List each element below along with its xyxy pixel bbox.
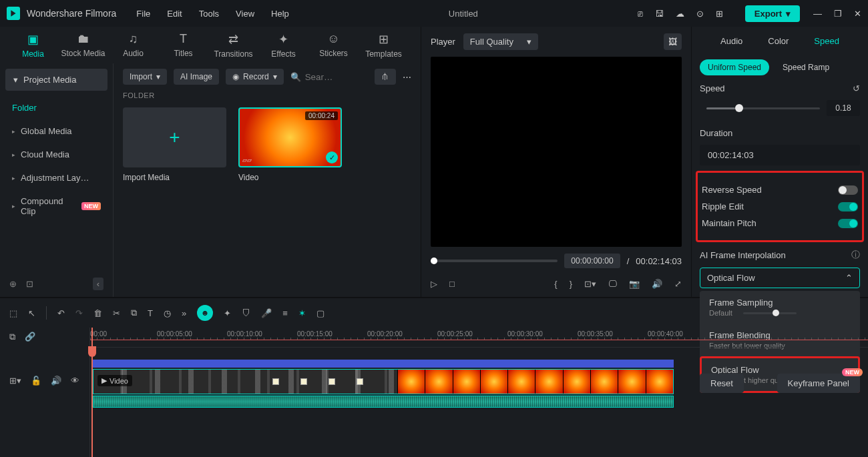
search-box[interactable]: 🔍 — [290, 72, 368, 82]
undo-icon[interactable]: ↶ — [57, 308, 65, 318]
close-icon[interactable]: ✕ — [854, 9, 861, 19]
display-icon[interactable]: 🖵 — [608, 279, 617, 289]
filter-icon[interactable]: ⫛ — [375, 69, 396, 85]
snapshot-icon[interactable]: 🖼 — [664, 33, 682, 50]
ai-image-button[interactable]: AI Image — [174, 69, 219, 85]
tab-titles[interactable]: TTitles — [158, 32, 208, 58]
import-media-item[interactable]: + Import Media — [123, 107, 226, 182]
maximize-icon[interactable]: ❐ — [834, 9, 842, 19]
ratio-icon[interactable]: ⊡▾ — [584, 279, 596, 289]
audio-clip[interactable] — [93, 396, 674, 408]
folder-label[interactable]: Folder — [0, 96, 113, 119]
scrubber[interactable] — [431, 260, 558, 262]
camera-icon[interactable]: 📷 — [629, 279, 640, 289]
sidebar-item-compound-clip[interactable]: ▸Compound ClipNEW — [0, 189, 113, 223]
volume-icon[interactable]: 🔊 — [652, 279, 662, 289]
save-icon[interactable]: 🖫 — [655, 9, 664, 19]
project-media-button[interactable]: ▾Project Media — [5, 69, 107, 91]
zoom-slider[interactable] — [743, 312, 797, 314]
export-button[interactable]: Export▾ — [745, 5, 800, 22]
subtab-uniform-speed[interactable]: Uniform Speed — [700, 59, 769, 75]
play-icon[interactable]: ▷ — [431, 279, 437, 289]
sparkle-icon[interactable]: ✦ — [224, 308, 231, 318]
track-menu-icon[interactable]: ⊞▾ — [9, 376, 21, 386]
link-icon[interactable]: 🔗 — [25, 332, 35, 342]
list-icon[interactable]: ≡ — [282, 308, 288, 318]
apps-icon[interactable]: ⊞ — [716, 9, 723, 19]
lock-icon[interactable]: 🔓 — [31, 376, 41, 386]
interp-select[interactable]: Optical Flow⌃ — [700, 268, 860, 288]
ruler[interactable]: 00:00 00:00:05:00 00:00:10:00 00:00:15:0… — [90, 329, 868, 348]
tab-audio[interactable]: ♫Audio — [108, 32, 158, 58]
stop-icon[interactable]: □ — [449, 279, 455, 289]
search-input[interactable] — [305, 72, 345, 82]
sidebar-item-adjustment-layer[interactable]: ▸Adjustment Lay… — [0, 166, 113, 189]
menu-help[interactable]: Help — [271, 9, 289, 19]
menu-file[interactable]: File — [136, 9, 150, 19]
sidebar-item-cloud-media[interactable]: ▸Cloud Media — [0, 143, 113, 166]
preview-viewport[interactable] — [431, 57, 682, 247]
mark-in-icon[interactable]: { — [554, 279, 557, 289]
pitch-toggle[interactable] — [838, 219, 858, 228]
subtab-speed-ramp[interactable]: Speed Ramp — [775, 59, 837, 75]
split-icon[interactable]: ✶ — [298, 308, 306, 318]
ripple-toggle[interactable] — [838, 202, 858, 211]
bookmark-icon[interactable]: ⛉ — [242, 308, 250, 318]
mute-icon[interactable]: 🔊 — [51, 376, 61, 386]
minimize-icon[interactable]: — — [813, 9, 822, 19]
crop-icon[interactable]: ⧉ — [131, 308, 137, 318]
zoom-knob[interactable] — [773, 310, 779, 316]
tab-transitions[interactable]: ⇄Transitions — [208, 32, 258, 59]
scrubber-handle[interactable] — [431, 258, 437, 264]
tab-media[interactable]: ▣Media — [8, 32, 58, 59]
headphones-icon[interactable]: ⊙ — [696, 9, 704, 19]
interp-opt-frame-sampling[interactable]: Frame SamplingDefault — [700, 291, 860, 324]
speed-value[interactable]: 0.18 — [827, 100, 860, 116]
screen-icon[interactable]: ⎚ — [638, 9, 643, 19]
speed-tool-icon[interactable]: ◷ — [164, 308, 171, 318]
import-button[interactable]: Import▾ — [123, 69, 167, 85]
tab-templates[interactable]: ⊞Templates — [359, 32, 409, 59]
timeline-tracks[interactable]: 00:00 00:00:05:00 00:00:10:00 00:00:15:0… — [90, 328, 868, 457]
tab-speed-props[interactable]: Speed — [814, 36, 839, 53]
tab-effects[interactable]: ✦Effects — [258, 32, 308, 59]
menu-tools[interactable]: Tools — [199, 9, 219, 19]
menu-view[interactable]: View — [236, 9, 254, 19]
video-media-item[interactable]: 00:00:24 ▱▱ ✓ Video — [238, 107, 342, 182]
video-clip[interactable]: ▶Video — [93, 369, 674, 394]
copy-track-icon[interactable]: ⧉ — [9, 332, 15, 342]
speed-slider[interactable] — [706, 107, 820, 109]
menu-edit[interactable]: Edit — [167, 9, 182, 19]
redo-icon[interactable]: ↷ — [75, 308, 83, 318]
marker-icon[interactable]: ▢ — [316, 308, 324, 318]
cloud-icon[interactable]: ☁ — [676, 9, 684, 19]
reverse-toggle[interactable] — [838, 185, 858, 195]
select-icon[interactable]: ↖ — [28, 308, 35, 318]
mark-out-icon[interactable]: } — [570, 279, 572, 289]
delete-icon[interactable]: 🗑 — [93, 308, 102, 318]
mic-icon[interactable]: 🎤 — [261, 308, 272, 318]
video-thumb[interactable]: 00:00:24 ▱▱ ✓ — [238, 107, 342, 167]
sidebar-item-global-media[interactable]: ▸Global Media — [0, 119, 113, 143]
tab-audio-props[interactable]: Audio — [720, 36, 742, 53]
link-folder-icon[interactable]: ⊡ — [26, 279, 33, 289]
collapse-sidebar-icon[interactable]: ‹ — [93, 278, 103, 290]
ai-icon[interactable]: ☻ — [197, 305, 213, 321]
duration-input[interactable]: 00:02:14:03 — [700, 145, 860, 165]
import-thumb[interactable]: + — [123, 107, 226, 167]
eye-icon[interactable]: 👁 — [71, 376, 79, 386]
pointer-icon[interactable]: ⬚ — [9, 308, 17, 318]
text-icon[interactable]: T — [148, 308, 153, 318]
fullscreen-icon[interactable]: ⤢ — [674, 279, 682, 289]
info-icon[interactable]: ⓘ — [851, 249, 860, 261]
cut-icon[interactable]: ✂ — [113, 308, 120, 318]
reset-speed-icon[interactable]: ↺ — [853, 83, 860, 93]
tab-stickers[interactable]: ☺Stickers — [308, 32, 359, 58]
tab-stock-media[interactable]: 🖿Stock Media — [58, 32, 108, 58]
quality-select[interactable]: Full Quality▾ — [463, 33, 538, 50]
speed-slider-knob[interactable] — [735, 104, 743, 112]
tab-color-props[interactable]: Color — [768, 36, 789, 53]
record-button[interactable]: ◉Record▾ — [226, 69, 284, 85]
more-icon[interactable]: ⋯ — [403, 72, 411, 82]
more-tool-icon[interactable]: » — [182, 308, 186, 318]
